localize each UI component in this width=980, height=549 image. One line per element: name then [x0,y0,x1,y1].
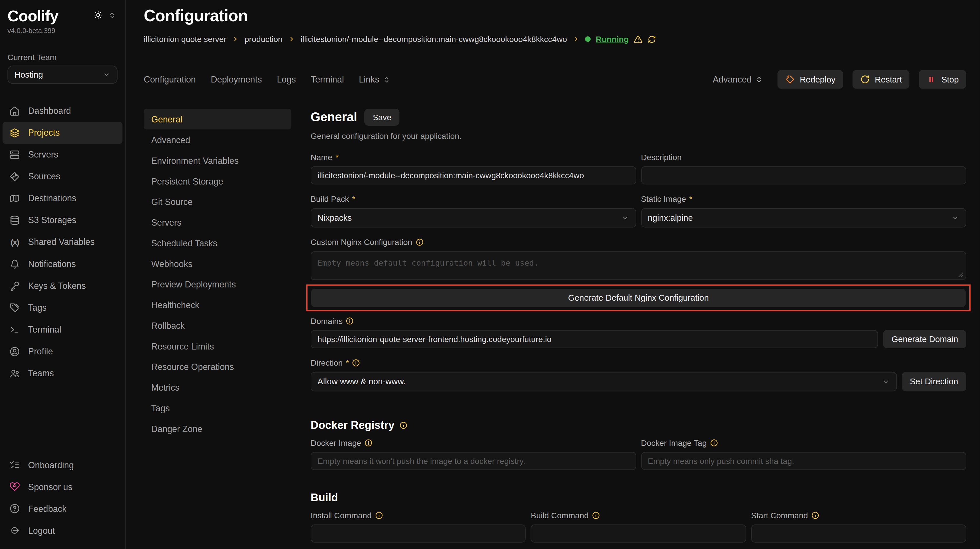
sidebar-item-projects[interactable]: Projects [3,122,123,143]
nginx-config-textarea[interactable]: Empty means default configuration will b… [311,251,966,280]
sidebar-item-onboarding[interactable]: Onboarding [3,454,123,476]
subnav-item-servers[interactable]: Servers [144,212,291,232]
app-logo[interactable]: Coolify [8,8,58,25]
breadcrumb-application[interactable]: illicitestonion/-module--decomposition:m… [301,35,567,44]
status-running-link[interactable]: Running [596,35,629,44]
docker-image-input[interactable] [311,452,636,470]
tab-links-label: Links [359,75,379,84]
sidebar-item-tags[interactable]: Tags [3,297,123,318]
sidebar-item-terminal[interactable]: Terminal [3,318,123,341]
domains-input[interactable] [311,330,878,348]
sidebar-item-teams[interactable]: Teams [3,362,123,384]
info-icon[interactable] [710,439,718,447]
subnav-item-advanced[interactable]: Advanced [144,129,291,150]
info-icon[interactable] [375,511,383,519]
sidebar-item-destinations[interactable]: Destinations [3,187,123,209]
terminal-icon [10,324,20,335]
subnav-item-danger-zone[interactable]: Danger Zone [144,418,291,439]
sidebar-item-notifications[interactable]: Notifications [3,253,123,275]
info-icon[interactable] [811,511,819,519]
subnav-item-rollback[interactable]: Rollback [144,315,291,336]
breadcrumb-project[interactable]: illicitonion quote server [144,35,226,44]
subnav-item-healthcheck[interactable]: Healthcheck [144,294,291,315]
subnav-item-persistent-storage[interactable]: Persistent Storage [144,171,291,191]
warning-triangle-icon[interactable] [634,35,642,43]
docker-image-tag-input[interactable] [641,452,966,470]
info-icon[interactable] [592,511,600,519]
info-icon[interactable] [415,238,423,246]
install-command-input[interactable] [311,525,526,543]
breadcrumb-environment[interactable]: production [245,35,283,44]
sidebar-item-sources[interactable]: Sources [3,165,123,187]
static-image-value: nginx:alpine [648,213,693,223]
chevron-down-icon [882,378,890,386]
section-subtitle: General configuration for your applicati… [311,131,966,141]
sidebar-item-label: Destinations [28,193,76,203]
sidebar-item-logout[interactable]: Logout [3,519,123,541]
build-command-label: Build Command [531,511,746,520]
static-image-select[interactable]: nginx:alpine [641,208,966,228]
tab-bar: Configuration Deployments Logs Terminal … [144,75,391,84]
subnav-item-git-source[interactable]: Git Source [144,191,291,212]
subnav-item-metrics[interactable]: Metrics [144,377,291,398]
sidebar-item-dashboard[interactable]: Dashboard [3,100,123,122]
build-command-input[interactable] [531,525,746,543]
chevron-down-icon [103,70,111,78]
subnav-item-resource-operations[interactable]: Resource Operations [144,356,291,377]
chevrons-up-down-icon [755,75,763,83]
description-input[interactable] [641,166,966,184]
sidebar-collapse-icon[interactable] [108,11,116,19]
sidebar-item-s3-storages[interactable]: S3 Storages [3,209,123,231]
current-team-label: Current Team [0,34,125,65]
tab-terminal[interactable]: Terminal [311,75,344,84]
sidebar-item-sponsor-us[interactable]: Sponsor us [3,476,123,498]
breadcrumb: illicitonion quote server production ill… [144,35,966,44]
sidebar-item-keys-tokens[interactable]: Keys & Tokens [3,275,123,297]
subnav-item-environment-variables[interactable]: Environment Variables [144,150,291,171]
restart-button[interactable]: Restart [853,70,910,89]
git-source-icon [10,171,20,181]
sidebar-item-profile[interactable]: Profile [3,341,123,362]
generate-default-nginx-button[interactable]: Generate Default Nginx Configuration [311,289,966,307]
sidebar-item-feedback[interactable]: Feedback [3,498,123,519]
required-mark: * [336,153,339,162]
stop-button[interactable]: Stop [919,70,966,89]
save-button[interactable]: Save [365,109,399,126]
tab-logs[interactable]: Logs [277,75,296,84]
refresh-icon[interactable] [648,35,656,43]
action-highlight-box: Generate Default Nginx Configuration [306,285,971,312]
tab-configuration[interactable]: Configuration [144,75,196,84]
advanced-dropdown[interactable]: Advanced [713,75,763,84]
sidebar-item-shared-variables[interactable]: (x) Shared Variables [3,231,123,253]
info-icon[interactable] [352,359,360,367]
subnav-item-general[interactable]: General [144,109,291,129]
sidebar-item-label: Feedback [28,504,67,514]
chevrons-up-down-icon [382,75,391,83]
generate-domain-button[interactable]: Generate Domain [883,330,966,348]
build-pack-select[interactable]: Nixpacks [311,208,636,228]
start-command-input[interactable] [751,525,966,543]
redeploy-button[interactable]: Redeploy [777,70,843,89]
info-icon[interactable] [364,439,372,447]
tab-links[interactable]: Links [359,75,391,84]
subnav-item-tags[interactable]: Tags [144,398,291,418]
subnav-item-scheduled-tasks[interactable]: Scheduled Tasks [144,232,291,253]
set-direction-button[interactable]: Set Direction [902,372,966,391]
coolify-app: Coolify v4.0.0-beta.399 Current Team Hos… [0,0,980,549]
resize-handle[interactable] [958,272,964,278]
start-command-label: Start Command [751,511,966,520]
subnav-item-webhooks[interactable]: Webhooks [144,253,291,274]
subnav-item-preview-deployments[interactable]: Preview Deployments [144,274,291,294]
sidebar-item-servers[interactable]: Servers [3,143,123,165]
tab-deployments[interactable]: Deployments [211,75,262,84]
subnav-item-resource-limits[interactable]: Resource Limits [144,336,291,356]
info-icon[interactable] [399,422,407,430]
restart-icon [860,75,870,84]
database-icon [10,215,20,225]
direction-select[interactable]: Allow www & non-www. [311,372,897,391]
chevron-down-icon [951,214,959,222]
name-input[interactable] [311,166,636,184]
team-select[interactable]: Hosting [8,65,118,83]
info-icon[interactable] [346,317,354,325]
theme-toggle-icon[interactable] [94,11,102,19]
